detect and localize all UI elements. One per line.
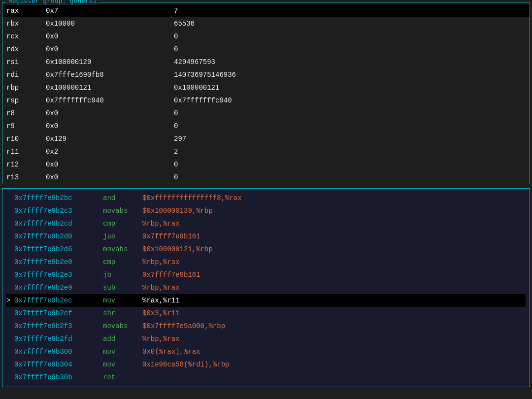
asm-line[interactable]: 0x7ffff7e9b2cdcmp%rbp,%rax xyxy=(6,217,526,230)
register-hex: 0x100000121 xyxy=(42,81,170,94)
asm-arrow-indicator xyxy=(6,271,14,279)
register-name: rsp xyxy=(2,94,42,107)
asm-mnemonic: movabs xyxy=(103,245,142,253)
register-row[interactable]: r110x22 xyxy=(2,145,530,158)
register-name: rax xyxy=(2,4,42,17)
register-name: r8 xyxy=(2,107,42,120)
register-row[interactable]: rdi0x7fffe1690fb8140736975146936 xyxy=(2,68,530,81)
asm-line[interactable]: >0x7ffff7e9b2ecmov%rax,%r11 xyxy=(6,294,526,307)
register-name: rdx xyxy=(2,43,42,56)
asm-mnemonic: jb xyxy=(103,271,142,279)
asm-mnemonic: movabs xyxy=(103,207,142,215)
register-row[interactable]: rsp0x7fffffffc9400x7fffffffc940 xyxy=(2,94,530,107)
asm-operands: 0x7ffff7e9b161 xyxy=(142,271,200,279)
asm-line[interactable]: 0x7ffff7e9b30bret xyxy=(6,371,526,384)
register-name: r9 xyxy=(2,120,42,133)
register-name: rdi xyxy=(2,68,42,81)
asm-address: 0x7ffff7e9b30b xyxy=(14,373,103,381)
register-name: rsi xyxy=(2,56,42,68)
asm-address: 0x7ffff7e9b304 xyxy=(14,361,103,368)
register-hex: 0x100000129 xyxy=(42,56,170,68)
asm-line[interactable]: 0x7ffff7e9b2e9sub%rbp,%rax xyxy=(6,281,526,294)
asm-operands: $0x100000121,%rbp xyxy=(142,245,213,253)
asm-line[interactable]: 0x7ffff7e9b2d6movabs$0x100000121,%rbp xyxy=(6,243,526,256)
asm-line[interactable]: 0x7ffff7e9b2efshr$0x3,%r11 xyxy=(6,307,526,320)
register-row[interactable]: rbp0x1000001210x100000121 xyxy=(2,81,530,94)
register-row[interactable]: r100x129297 xyxy=(2,133,530,145)
asm-line[interactable]: 0x7ffff7e9b2bcand$0xfffffffffffffff8,%ra… xyxy=(6,192,526,204)
asm-address: 0x7ffff7e9b2e9 xyxy=(14,284,103,292)
register-name: r10 xyxy=(2,133,42,145)
asm-arrow-indicator xyxy=(6,361,14,368)
register-dec: 140736975146936 xyxy=(170,68,530,81)
asm-arrow-indicator xyxy=(6,335,14,343)
register-row[interactable]: r120x00 xyxy=(2,158,530,171)
asm-mnemonic: ret xyxy=(103,373,142,381)
register-row[interactable]: rax0x77 xyxy=(2,4,530,17)
asm-arrow-indicator xyxy=(6,322,14,330)
asm-address: 0x7ffff7e9b2fd xyxy=(14,335,103,343)
asm-line[interactable]: 0x7ffff7e9b2f3movabs$0x7ffff7e9a000,%rbp xyxy=(6,320,526,332)
register-row[interactable]: r130x00 xyxy=(2,171,530,184)
register-dec: 0 xyxy=(170,43,530,56)
asm-address: 0x7ffff7e9b2c3 xyxy=(14,207,103,215)
asm-operands: %rbp,%rax xyxy=(142,284,180,292)
asm-line[interactable]: 0x7ffff7e9b2e3jb0x7ffff7e9b161 xyxy=(6,268,526,281)
asm-operands: %rax,%r11 xyxy=(142,297,180,304)
asm-arrow-indicator xyxy=(6,245,14,253)
asm-mnemonic: mov xyxy=(103,297,142,304)
panel-title: Register group: general xyxy=(6,0,99,5)
asm-mnemonic: sub xyxy=(103,284,142,292)
register-dec: 0x100000121 xyxy=(170,81,530,94)
register-dec: 0 xyxy=(170,30,530,43)
register-name: r11 xyxy=(2,145,42,158)
asm-line[interactable]: 0x7ffff7e9b2d0jae0x7ffff7e9b161 xyxy=(6,230,526,243)
asm-operands: 0x1e96ca58(%rdi),%rbp xyxy=(142,361,229,368)
asm-address: 0x7ffff7e9b2e0 xyxy=(14,258,103,266)
asm-operands: %rbp,%rax xyxy=(142,220,180,228)
asm-address: 0x7ffff7e9b300 xyxy=(14,348,103,356)
asm-mnemonic: mov xyxy=(103,361,142,368)
register-name: rcx xyxy=(2,30,42,43)
asm-mnemonic: cmp xyxy=(103,220,142,228)
register-hex: 0x7 xyxy=(42,4,170,17)
register-hex: 0x7fffe1690fb8 xyxy=(42,68,170,81)
asm-line[interactable]: 0x7ffff7e9b304mov0x1e96ca58(%rdi),%rbp xyxy=(6,358,526,371)
asm-mnemonic: shr xyxy=(103,309,142,317)
register-row[interactable]: rbx0x1000065536 xyxy=(2,17,530,30)
asm-address: 0x7ffff7e9b2ef xyxy=(14,309,103,317)
asm-mnemonic: movabs xyxy=(103,322,142,330)
register-row[interactable]: rcx0x00 xyxy=(2,30,530,43)
asm-operands: %rbp,%rax xyxy=(142,258,180,266)
register-row[interactable]: r90x00 xyxy=(2,120,530,133)
register-hex: 0x10000 xyxy=(42,17,170,30)
register-hex: 0x0 xyxy=(42,107,170,120)
asm-mnemonic: jae xyxy=(103,233,142,240)
register-hex: 0x2 xyxy=(42,145,170,158)
register-dec: 0 xyxy=(170,158,530,171)
register-hex: 0x7fffffffc940 xyxy=(42,94,170,107)
asm-address: 0x7ffff7e9b2d0 xyxy=(14,233,103,240)
asm-address: 0x7ffff7e9b2d6 xyxy=(14,245,103,253)
asm-line[interactable]: 0x7ffff7e9b2e0cmp%rbp,%rax xyxy=(6,256,526,268)
register-dec: 65536 xyxy=(170,17,530,30)
asm-line[interactable]: 0x7ffff7e9b2fdadd%rbp,%rax xyxy=(6,332,526,345)
asm-operands: 0x0(%rax),%rax xyxy=(142,348,200,356)
asm-arrow-indicator xyxy=(6,233,14,240)
asm-operands: 0x7ffff7e9b161 xyxy=(142,233,200,240)
asm-arrow-indicator xyxy=(6,258,14,266)
asm-line[interactable]: 0x7ffff7e9b300mov0x0(%rax),%rax xyxy=(6,345,526,358)
register-row[interactable]: rsi0x1000001294294967593 xyxy=(2,56,530,68)
asm-arrow-indicator xyxy=(6,348,14,356)
register-dec: 7 xyxy=(170,4,530,17)
register-table: rax0x77rbx0x1000065536rcx0x00rdx0x00rsi0… xyxy=(2,4,530,184)
register-name: r12 xyxy=(2,158,42,171)
asm-operands: %rbp,%rax xyxy=(142,335,180,343)
register-row[interactable]: rdx0x00 xyxy=(2,43,530,56)
register-dec: 0 xyxy=(170,107,530,120)
asm-line[interactable]: 0x7ffff7e9b2c3movabs$0x100000139,%rbp xyxy=(6,204,526,217)
register-dec: 2 xyxy=(170,145,530,158)
disassembly-panel: 0x7ffff7e9b2bcand$0xfffffffffffffff8,%ra… xyxy=(2,188,530,387)
register-row[interactable]: r80x00 xyxy=(2,107,530,120)
asm-arrow-indicator xyxy=(6,207,14,215)
